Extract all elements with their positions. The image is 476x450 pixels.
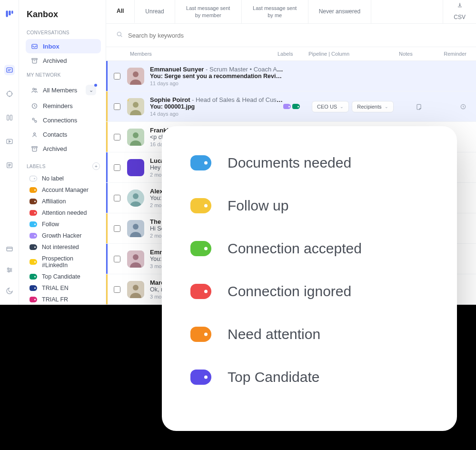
svg-point-37 — [133, 285, 139, 290]
mini-tag-icon — [283, 104, 291, 109]
tag-icon — [30, 274, 37, 280]
tab-unread[interactable]: Unread — [135, 0, 175, 23]
overlay-label-text: Top Candidate — [228, 369, 319, 385]
nav-archived-2[interactable]: Archived — [26, 141, 101, 156]
reminder-cell[interactable] — [436, 103, 466, 110]
pipeline-chip[interactable]: CEO US⌄ — [312, 101, 349, 112]
logo-icon — [4, 9, 15, 19]
nav-contacts[interactable]: Contacts — [26, 127, 101, 141]
message-preview: You: Serge sent you a recommendation Rev… — [150, 73, 283, 80]
col-labels[interactable]: Labels — [278, 51, 308, 57]
svg-rect-1 — [9, 10, 10, 15]
nav-all-members[interactable]: All Members ⌄ — [26, 81, 101, 99]
overlay-label-row[interactable]: Follow up — [190, 198, 428, 214]
rail-inbox-icon[interactable] — [4, 65, 15, 75]
overlay-label-row[interactable]: Connection ignored — [190, 283, 428, 300]
conversation-row[interactable]: Emmanuel Sunyer - Scrum Master • Coach A… — [106, 61, 476, 91]
label-item[interactable]: Prospection #LinkedIn — [26, 253, 101, 271]
search-bar — [106, 24, 476, 47]
svg-point-33 — [133, 224, 139, 230]
svg-point-31 — [133, 193, 139, 199]
overlay-label-row[interactable]: Connection accepted — [190, 240, 428, 257]
overlay-label-row[interactable]: Top Candidate — [190, 369, 428, 385]
rail-settings-icon[interactable] — [4, 265, 15, 275]
row-checkbox[interactable] — [114, 195, 120, 201]
label-name: TRIAL EN — [42, 285, 69, 291]
overlay-label-row[interactable]: Need attention — [190, 326, 428, 342]
nav-inbox-label: Inbox — [43, 43, 60, 50]
label-item[interactable]: Not interested — [26, 241, 101, 253]
overlay-label-text: Follow up — [228, 198, 288, 214]
col-pipeline[interactable]: Pipeline | Column — [308, 51, 399, 57]
rail-card-icon[interactable] — [4, 244, 15, 254]
row-checkbox[interactable] — [114, 73, 120, 80]
row-checkbox[interactable] — [114, 256, 120, 262]
label-item[interactable]: Attention needed — [26, 207, 101, 219]
big-tag-icon — [190, 198, 211, 213]
label-item[interactable]: No label — [26, 173, 101, 184]
col-members[interactable]: Members — [130, 51, 278, 57]
tab-never[interactable]: Never answered — [308, 0, 371, 23]
tag-icon — [30, 285, 37, 291]
avatar — [127, 281, 144, 298]
overlay-label-row[interactable]: Documents needed — [190, 155, 428, 171]
label-item[interactable]: Growth Hacker — [26, 230, 101, 241]
label-item[interactable]: Top Candidate — [26, 271, 101, 282]
member-name: Sophie Poirot - Head of Sales & Head of … — [150, 96, 283, 103]
svg-rect-6 — [10, 115, 12, 120]
avatar — [127, 190, 144, 207]
members-expand-button[interactable]: ⌄ — [86, 85, 96, 95]
nav-inbox[interactable]: Inbox — [26, 39, 101, 53]
rail-board-icon[interactable] — [4, 112, 15, 123]
archive-icon-2 — [30, 145, 38, 152]
section-conversations: CONVERSATIONS — [27, 30, 101, 35]
column-chip[interactable]: Recipients⌄ — [352, 101, 393, 112]
message-preview: You: 000001.jpg — [150, 103, 283, 110]
notes-cell[interactable] — [402, 103, 436, 110]
conversation-row[interactable]: ★Sophie Poirot - Head of Sales & Head of… — [106, 91, 476, 122]
tab-last-me[interactable]: Last message sent by me — [242, 0, 308, 23]
rail-play-icon[interactable] — [4, 136, 15, 147]
tag-icon — [30, 199, 37, 204]
col-notes[interactable]: Notes — [399, 51, 432, 57]
nav-connections[interactable]: Connections — [26, 113, 101, 127]
search-input[interactable] — [128, 32, 466, 39]
tag-icon — [30, 176, 37, 181]
nav-all-members-label: All Members — [43, 87, 77, 94]
member-name: Emmanuel Sunyer - Scrum Master • Coach A… — [150, 66, 283, 73]
nav-archived[interactable]: Archived — [26, 53, 101, 68]
labels-overlay-card: Documents neededFollow upConnection acce… — [162, 126, 457, 431]
tab-all[interactable]: All — [106, 0, 135, 23]
row-checkbox[interactable] — [114, 225, 120, 232]
contacts-icon — [30, 130, 38, 138]
label-item[interactable]: Follow — [26, 219, 101, 230]
label-item[interactable]: Affiliation — [26, 196, 101, 207]
label-item[interactable]: TRIAL EN — [26, 282, 101, 294]
svg-rect-14 — [31, 58, 37, 60]
avatar — [127, 159, 144, 176]
col-reminder[interactable]: Reminder — [432, 51, 466, 57]
label-name: Growth Hacker — [42, 232, 81, 239]
rail-list-icon[interactable] — [4, 160, 15, 170]
svg-point-4 — [7, 91, 12, 97]
row-checkbox[interactable] — [114, 286, 120, 293]
csv-export-button[interactable]: CSV — [443, 0, 476, 23]
rail-moon-icon[interactable] — [4, 286, 15, 296]
tag-icon — [30, 187, 37, 193]
row-checkbox[interactable] — [114, 103, 120, 110]
section-network: MY NETWORK — [27, 72, 101, 78]
label-item[interactable]: Account Manager — [26, 184, 101, 196]
section-labels: LABELS — [27, 164, 46, 169]
svg-point-11 — [10, 270, 11, 271]
csv-label: CSV — [454, 14, 466, 21]
nav-reminders[interactable]: Reminders — [26, 99, 101, 113]
rail-target-icon[interactable] — [4, 89, 15, 99]
tab-last-member[interactable]: Last message sent by member — [175, 0, 242, 23]
label-name: Prospection #LinkedIn — [42, 255, 97, 269]
overlay-label-text: Connection ignored — [228, 283, 351, 300]
svg-point-15 — [32, 88, 34, 90]
add-label-button[interactable]: + — [92, 162, 100, 170]
row-checkbox[interactable] — [114, 134, 120, 140]
row-checkbox[interactable] — [114, 164, 120, 171]
label-item[interactable]: TRIAL FR — [26, 294, 101, 305]
